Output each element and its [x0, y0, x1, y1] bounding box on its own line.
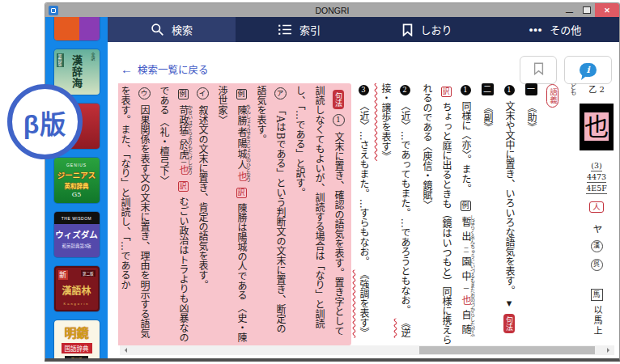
- back-link[interactable]: ← 検索一覧に戻る: [121, 61, 209, 77]
- example-label: 例: [236, 89, 247, 99]
- scrollbar-track[interactable]: [130, 345, 605, 355]
- kuhou-item-text: 叙述文の文末に置き、肯定の語気を表す。: [197, 106, 208, 290]
- search-icon: [151, 23, 164, 36]
- translation-label: 訳: [236, 188, 247, 198]
- kuhou-item-a: ア 「AはBである」という判断文の文末に置き、断定の語気を表す。: [251, 86, 290, 343]
- example-text: 苛政猛二於虎一也かせいはとらよりもたけしなり: [177, 105, 189, 175]
- info-icon: i: [580, 63, 597, 77]
- on-reading: ヤ: [591, 224, 602, 235]
- titlebar: DONGRI — ✕: [45, 3, 619, 17]
- book-wisdom[interactable]: THE WISDOM ウィズダム 和英辞典第3版: [54, 212, 100, 257]
- tab-index-label: 索引: [299, 22, 321, 37]
- kaeriten: 二: [180, 134, 186, 140]
- section-2-header: 二 《副》: [478, 83, 497, 345]
- headword-box: 也: [580, 104, 614, 150]
- app-window: DONGRI — ✕ 第四版 全訳 漢辞海 GENIUS ジーニアス 英和辞典 …: [45, 2, 620, 362]
- example-text: 陳勝者陽城人也ちんしょうはようじょうのひとなり: [236, 105, 247, 181]
- gogi-badge: 語義: [546, 84, 558, 108]
- example-label: 例: [461, 201, 471, 211]
- bookmark-outline-icon: [533, 62, 544, 78]
- ref-boxed-char: 馬: [591, 289, 603, 301]
- maximize-button[interactable]: [578, 3, 595, 17]
- meikyo-edition: 第二版: [65, 356, 89, 358]
- info-button[interactable]: i: [564, 56, 612, 84]
- genius-subtitle: 英和辞典: [65, 181, 89, 190]
- kuhou-badge[interactable]: 句法: [503, 314, 514, 333]
- book-cover-top[interactable]: [54, 17, 100, 40]
- kuhou-intro: 句法 1 文末に置き、確認の語気を表す。置き字として訓読しなくてもよいが、訓読す…: [290, 86, 348, 343]
- tab-bookmark[interactable]: しおり: [363, 17, 491, 42]
- section-2-sense-1: 1 同様に〈亦〉。また。 例 暫出二園中一也自随しばらくゑんちゅうにいづるもまた…: [417, 83, 475, 345]
- item-letter: ア: [274, 87, 287, 99]
- tab-search-label: 検索: [172, 22, 193, 37]
- usage-note: 《強調を表す》: [358, 270, 369, 338]
- kangorin-roman: Kangorin: [63, 302, 89, 306]
- more-icon: •••: [529, 27, 543, 33]
- section-number-box: 一: [525, 83, 537, 95]
- pos-label: 《副》: [482, 104, 493, 133]
- sense-number: 3: [359, 85, 369, 95]
- navbar: 検索 索引 しおり ••• その他: [108, 17, 619, 42]
- genius-title: ジーニアス: [57, 169, 96, 180]
- translation-text: 陳勝は陽城の人である: [236, 204, 247, 301]
- close-button[interactable]: ✕: [595, 3, 619, 17]
- tab-bookmark-label: しおり: [420, 22, 452, 37]
- sense-number: 1: [461, 85, 471, 95]
- example-text: 暫出二園中一也自随しばらくゑんちゅうにいづるもまたおのづからしたがふ: [460, 216, 471, 334]
- translation-label: 訳: [441, 87, 452, 97]
- item-number: 1: [333, 114, 345, 126]
- minimize-button[interactable]: —: [561, 3, 578, 17]
- tab-index[interactable]: 索引: [236, 17, 363, 42]
- meikyo-title: 明鏡: [64, 324, 88, 341]
- scrollbar-thumb[interactable]: [419, 346, 595, 354]
- book-kangorin[interactable]: 新 第二版 漢語林 Kangorin: [54, 266, 100, 311]
- pos-label: 《助》: [525, 104, 537, 133]
- beta-badge-label: β版: [23, 104, 67, 141]
- book-genius[interactable]: GENIUS ジーニアス 英和辞典 G5: [54, 158, 100, 203]
- section-number-box: 二: [482, 83, 494, 95]
- tab-more-label: その他: [550, 22, 581, 37]
- list-icon: [278, 23, 292, 36]
- right-triangle-icon: [607, 348, 612, 353]
- kangorin-badge: 新: [58, 270, 68, 280]
- ref-text: 以馬上: [592, 305, 602, 336]
- app-icon: [49, 6, 58, 15]
- left-triangle-icon: [122, 348, 127, 353]
- item-letter: ウ: [138, 87, 151, 99]
- headword: 也: [584, 112, 609, 141]
- code-list: (3) 4473 4E5F: [582, 160, 611, 195]
- wisdom-brand: THE WISDOM: [54, 212, 100, 224]
- jinmeiyo-badge: 人: [589, 201, 604, 213]
- scroll-right-arrow[interactable]: [605, 345, 614, 355]
- tab-search[interactable]: 検索: [108, 17, 236, 42]
- bookmark-entry-button[interactable]: [520, 56, 557, 84]
- kuhou-item-b: イ 叙述文の文末に置き、肯定の語気を表す。: [193, 86, 212, 343]
- section-1-sense: 1 文末や文中に置き、いろいろな語気を表す。 ▼ 句法: [499, 83, 519, 345]
- sense-number: 1: [504, 85, 515, 95]
- back-arrow-icon: ←: [121, 65, 133, 74]
- content-pane: ← 検索一覧に戻る i 乙 2 也 (3: [108, 42, 619, 358]
- wisdom-title: ウィズダム: [55, 228, 98, 240]
- back-link-label: 検索一覧に戻る: [138, 61, 209, 77]
- ruby-annotation: しばらくゑんちゅうにいづるもまたおのづからしたがふ: [470, 215, 476, 336]
- ruby-annotation: ちんしょうはようじょうのひとなり: [246, 104, 252, 182]
- tab-more[interactable]: ••• その他: [491, 17, 619, 42]
- code-line: (3): [591, 160, 601, 171]
- kuhou-item-text: 因果関係を表す文の文末に置き、理由を明示する語気を表す。また、「なり」と訓読し、…: [119, 86, 150, 339]
- corner-mark: 乙 2: [580, 83, 613, 95]
- kanjikai-title: 漢辞海: [69, 55, 84, 89]
- scroll-left-arrow[interactable]: [120, 345, 130, 355]
- horizontal-scrollbar: [120, 345, 614, 355]
- sense-number: 2: [400, 85, 410, 95]
- headword-column: 乙 2 也 (3) 4473 4E5F 人 ヤ 漢 呉 馬 以馬上 ども: [565, 83, 614, 345]
- section-2-sense-3: 3 〈近〉…さえもまた。…すらもなお。 《強調を表す》: [354, 83, 373, 345]
- kuhou-item-a-example: 例 陳勝者陽城人也ちんしょうはようじょうのひとなり 訳 陳勝は陽城の人である 〈…: [212, 86, 251, 343]
- kaeriten: 二: [462, 246, 469, 256]
- book-meikyo[interactable]: 明鏡 国語辞典 第二版: [54, 320, 100, 358]
- kanon-circle-icon: 漢: [591, 240, 603, 252]
- kanjikai-edition: 第四版: [57, 53, 64, 67]
- sense-text: 文末や文中に置き、いろいろな語気を表す。: [503, 102, 515, 296]
- section-2-sense-2: 2 〈近〉…であってもまた。…であろうともなお。 《逆接・譲歩を表す》: [376, 83, 414, 345]
- gogi-column: 語義: [543, 83, 563, 345]
- beta-version-badge: β版: [7, 84, 83, 159]
